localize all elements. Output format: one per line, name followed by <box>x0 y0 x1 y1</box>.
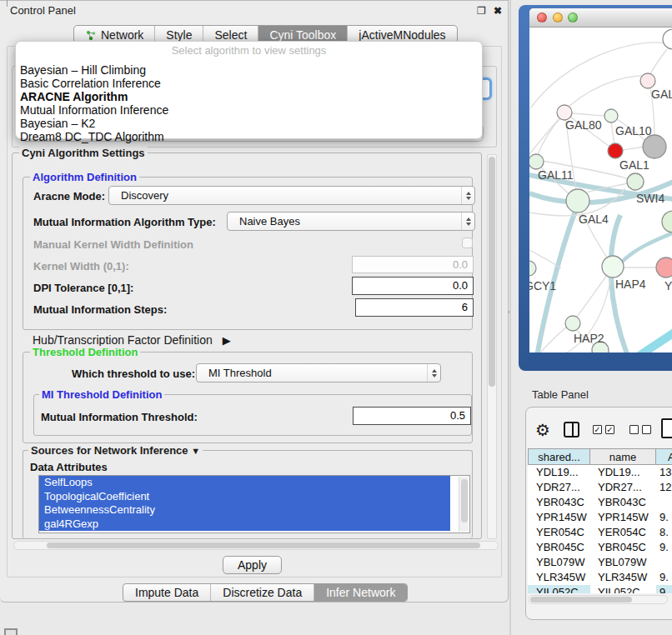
cyni-algorithm-settings-group: Cyni Algorithm Settings Algorithm Defini… <box>12 152 482 539</box>
checked-box-icon[interactable]: ✓ <box>593 425 602 434</box>
column-header-name[interactable]: name <box>590 448 656 465</box>
combo-stepper-icon <box>427 364 440 382</box>
sources-title[interactable]: Sources for Network Inference ▼ <box>28 444 203 457</box>
manual-kernel-width-checkbox[interactable] <box>462 238 473 248</box>
screen: Control Panel ❐ ✖ Network Style Select C… <box>0 0 672 635</box>
zoom-traffic-light-icon[interactable] <box>568 12 578 22</box>
network-canvas[interactable]: GAL GAL80 GAL10 GAL1 GAL11 SWI4 GAL4 GCY… <box>529 28 672 352</box>
table-header: shared... name A <box>528 448 672 465</box>
list-item-betweennesscentrality[interactable]: BetweennessCentrality <box>39 503 450 518</box>
node-gal-upper[interactable] <box>640 73 655 88</box>
dpi-tolerance-label: DPI Tolerance [0,1]: <box>33 282 133 294</box>
mi-threshold-group: MI Threshold Definition Mutual Informati… <box>33 394 472 436</box>
apply-button[interactable]: Apply <box>223 556 282 574</box>
list-item-selfloops[interactable]: SelfLoops <box>39 476 450 490</box>
combo-stepper-icon <box>461 212 474 230</box>
node-gal10[interactable] <box>604 109 618 122</box>
dropdown-item-bayesian-k2[interactable]: Bayesian – K2 <box>19 117 478 130</box>
tab-impute-data[interactable]: Impute Data <box>123 584 211 601</box>
minimize-traffic-light-icon[interactable] <box>553 12 563 22</box>
table-row[interactable]: YLR345W YLR345W 9. <box>528 570 672 585</box>
node-gal1-red[interactable] <box>608 143 623 158</box>
list-item-gal4rgexp[interactable]: gal4RGexp <box>39 518 450 532</box>
node-gray[interactable] <box>643 135 666 158</box>
node-salmon[interactable] <box>656 258 672 278</box>
algorithm-dropdown-popup: Select algorithm to view settings Bayesi… <box>15 41 483 139</box>
column-header-shared-name[interactable]: shared... <box>528 448 590 465</box>
table-horizontal-scrollbar[interactable] <box>528 595 668 604</box>
tab-discretize-data[interactable]: Discretize Data <box>211 584 314 601</box>
settings-horizontal-scrollbar[interactable] <box>13 541 499 550</box>
window-edge-tick <box>7 0 8 7</box>
table-document-icon[interactable] <box>661 418 672 438</box>
which-threshold-combobox[interactable]: MI Threshold <box>196 363 441 382</box>
unchecked-box-icon[interactable] <box>642 425 651 434</box>
aracne-mode-label: Aracne Mode: <box>33 190 105 202</box>
node-top-clipped[interactable] <box>663 29 672 49</box>
close-traffic-light-icon[interactable] <box>537 12 547 22</box>
node-label: Y <box>664 279 672 292</box>
mi-steps-field[interactable]: 6 <box>355 298 474 317</box>
settings-vertical-scrollbar[interactable] <box>487 154 497 539</box>
node-label: GAL10 <box>615 124 652 138</box>
table-row[interactable]: YPR145W YPR145W 9. <box>528 510 672 525</box>
dropdown-item-dream8[interactable]: Dream8 DC_TDC Algorithm <box>19 130 478 143</box>
list-item-topologicalcoefficient[interactable]: TopologicalCoefficient <box>39 490 450 504</box>
node-right-green[interactable] <box>662 211 672 232</box>
node-gcy1[interactable] <box>529 261 536 276</box>
table-row[interactable]: YDR27... YDR27... 12 <box>528 480 672 495</box>
table-row[interactable]: YDL19... YDL19... 13 <box>528 465 672 480</box>
table-row[interactable]: YIL052C YIL052C 9. <box>528 585 672 593</box>
table-row[interactable]: YBR043C YBR043C <box>528 495 672 510</box>
mi-threshold-title: MI Threshold Definition <box>39 388 164 401</box>
attributes-scrollbar[interactable] <box>459 477 469 532</box>
unchecked-box-icon[interactable] <box>629 425 639 434</box>
node-hap2[interactable] <box>565 316 580 331</box>
combo-stepper-icon <box>461 187 474 204</box>
which-threshold-label: Which threshold to use: <box>72 368 195 380</box>
dropdown-item-bayesian-hill[interactable]: Bayesian – Hill Climbing <box>19 63 478 77</box>
control-panel: Control Panel ❐ ✖ Network Style Select C… <box>0 0 509 602</box>
node-hap4[interactable] <box>602 256 624 278</box>
mi-threshold-field[interactable]: 0.5 <box>353 407 471 425</box>
kernel-width-field[interactable]: 0.0 <box>352 256 474 273</box>
table-row[interactable]: YER054C YER054C 8. <box>528 525 672 540</box>
column-header-clipped[interactable]: A <box>656 448 672 465</box>
dropdown-item-mutual-information[interactable]: Mutual Information Inference <box>19 103 478 117</box>
node-label: GAL80 <box>565 118 602 132</box>
node-gal11[interactable] <box>529 154 544 169</box>
tab-infer-network[interactable]: Infer Network <box>314 584 407 601</box>
table-row[interactable]: YBL079W YBL079W <box>528 555 672 570</box>
checked-box-icon[interactable]: ✓ <box>605 425 614 434</box>
show-columns-icon[interactable] <box>564 422 579 438</box>
panel-splitter[interactable] <box>509 0 511 635</box>
splitter-handle-icon[interactable]: ‹ <box>508 308 512 316</box>
dropdown-item-basic-correlation[interactable]: Basic Correlation Inference <box>19 77 478 90</box>
node-swi4[interactable] <box>627 173 644 190</box>
sources-group: Sources for Network Inference ▼ Data Att… <box>23 450 473 538</box>
network-window-titlebar[interactable] <box>529 8 672 28</box>
minimized-panel-icon[interactable] <box>4 628 18 635</box>
float-window-icon[interactable]: ❐ <box>477 5 486 17</box>
hub-definition-section[interactable]: Hub/Transcription Factor Definition ▶ <box>33 333 231 347</box>
close-panel-icon[interactable]: ✖ <box>494 5 502 17</box>
mi-algorithm-type-combobox[interactable]: Naive Bayes <box>227 212 475 231</box>
data-attributes-list: SelfLoops TopologicalCoefficient Between… <box>38 475 470 533</box>
aracne-mode-combobox[interactable]: Discovery <box>108 186 475 205</box>
mi-threshold-label: Mutual Information Threshold: <box>41 411 198 423</box>
dropdown-item-aracne[interactable]: ARACNE Algorithm <box>19 90 478 103</box>
table-row[interactable]: YBR045C YBR045C 9. <box>528 540 672 555</box>
algorithm-definition-group: Algorithm Definition Aracne Mode: Discov… <box>23 177 473 330</box>
node-label: GAL1 <box>619 158 649 172</box>
threshold-definition-title: Threshold Definition <box>30 346 140 358</box>
dpi-tolerance-field[interactable]: 0.0 <box>352 277 474 295</box>
data-attributes-label: Data Attributes <box>30 461 108 473</box>
node-gal4[interactable] <box>566 189 589 212</box>
node-label: HAP2 <box>574 332 604 345</box>
table-panel-title: Table Panel <box>532 388 589 401</box>
node-label: GAL4 <box>579 212 609 226</box>
gear-icon[interactable]: ⚙ <box>535 420 550 440</box>
cyni-algorithm-settings-title: Cyni Algorithm Settings <box>19 147 148 159</box>
network-window: GAL GAL80 GAL10 GAL1 GAL11 SWI4 GAL4 GCY… <box>529 8 672 352</box>
kernel-width-label: Kernel Width (0,1): <box>33 260 129 272</box>
